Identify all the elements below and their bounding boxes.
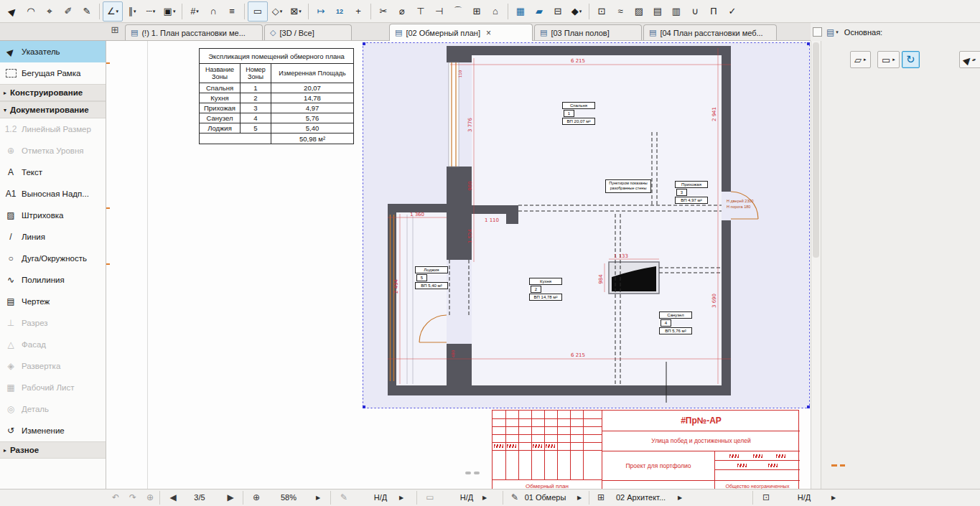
arrow-mode-button[interactable]: ▶▴▾ <box>959 51 980 68</box>
sidebar-item-interior-elevation[interactable]: ◈Развертка <box>0 355 106 377</box>
zone-stamp-kitchen[interactable]: Кухня2ВП 14,78 м² <box>529 278 562 301</box>
render-tool[interactable]: ▰ <box>530 2 549 21</box>
favorites-button[interactable]: ▱▸ <box>850 51 871 68</box>
layer-value[interactable]: Н/Д <box>449 493 485 502</box>
marquee-mode-button[interactable]: ▭▸ <box>877 51 900 68</box>
layer-combination-value[interactable]: 02 Архитект... <box>607 493 675 502</box>
pen-set-value[interactable]: 01 Обмеры <box>518 493 572 502</box>
fit-view-tool[interactable]: + <box>349 2 368 21</box>
arch-tool[interactable]: ∪ <box>686 2 704 21</box>
sidebar-item-text[interactable]: AТекст <box>0 161 106 183</box>
morph-tool[interactable]: ◆▾ <box>567 2 586 21</box>
sidebar-item-worksheet[interactable]: ▦Рабочий Лист <box>0 377 106 398</box>
sidebar-item-drawing[interactable]: ▤Чертеж <box>0 291 106 312</box>
sidebar-item-marquee[interactable]: Бегущая Рамка <box>0 62 106 84</box>
split-tool[interactable]: ✂ <box>374 2 393 21</box>
sidebar-item-line[interactable]: /Линия <box>0 226 106 248</box>
sidebar-section-documentation[interactable]: ▾Документирование <box>0 101 106 118</box>
dashed-guide-tool[interactable]: ┄▾ <box>141 2 160 21</box>
tab-02-obmerny-plan[interactable]: ▤[02 Обмерный план]× <box>389 24 533 41</box>
zoom-reset-icon[interactable]: ⊕ <box>144 492 157 502</box>
selection-grip[interactable] <box>465 472 471 474</box>
delete-tool[interactable]: ⊠▾ <box>286 2 305 21</box>
sidebar-item-label-callout[interactable]: A1Выносная Надп... <box>0 183 106 205</box>
zoom-menu-button[interactable]: ▶ <box>316 495 320 501</box>
tab-plan-rasstanovki-1[interactable]: ▤(!) 1. План расстановки ме... <box>125 24 263 40</box>
next-story-button[interactable]: ▶ <box>224 492 237 502</box>
pickup-parameters-tool[interactable]: ✐ <box>59 2 78 21</box>
zoom-forward-icon[interactable]: ↷ <box>126 492 139 502</box>
sidebar-item-pointer[interactable]: ▶Указатель <box>0 41 106 62</box>
zoom-level[interactable]: 58% <box>267 493 310 502</box>
arrow-tool[interactable]: ▶ <box>3 2 22 21</box>
snap-grid-tool[interactable]: #▾ <box>185 2 204 21</box>
stretch-tool[interactable]: ⌀ <box>393 2 411 21</box>
zone-stamp-loggia[interactable]: Лоджия5ВП 5,40 м² <box>415 266 448 289</box>
find-select-tool[interactable]: ⌖ <box>40 2 59 21</box>
adjust-tool[interactable]: ⊣ <box>430 2 449 21</box>
tab-3d-all[interactable]: ◇[3D / Все] <box>264 24 352 40</box>
library-tool[interactable]: ⊟ <box>549 2 567 21</box>
dimension-tool[interactable]: 12 <box>330 2 349 21</box>
multiply-tool[interactable]: ⊞ <box>467 2 486 21</box>
grid-edit-tool[interactable]: ▦ <box>511 2 530 21</box>
zoom-back-icon[interactable]: ↶ <box>109 492 122 502</box>
parallel-guide-tool[interactable]: ∥▾ <box>123 2 141 21</box>
selection-grip[interactable] <box>474 472 480 474</box>
snap-magnet-tool[interactable]: ∩ <box>204 2 223 21</box>
view-settings-menu-button[interactable]: ▶ <box>831 495 836 501</box>
chevron-down-icon[interactable]: ▾ <box>836 29 839 35</box>
column-tool[interactable]: Π <box>704 2 723 21</box>
scrollbar-thumb[interactable] <box>813 42 819 258</box>
scroll-top-button[interactable] <box>813 27 822 37</box>
marquee-tool[interactable]: ▭ <box>248 1 268 22</box>
zone-stamp-bedroom[interactable]: Спальня1ВП 20,07 м² <box>562 102 595 125</box>
document-icon[interactable]: ▤ <box>826 27 834 37</box>
zone-stamp-bathroom[interactable]: Санузел4ВП 5,76 м² <box>659 311 692 334</box>
sidebar-item-hatch[interactable]: ▨Штриховка <box>0 205 106 226</box>
sidebar-item-level-mark[interactable]: ⊕Отметка Уровня <box>0 140 106 161</box>
sidebar-item-polyline[interactable]: ∿Полилиния <box>0 269 106 291</box>
inject-parameters-tool[interactable]: ✎ <box>78 2 96 21</box>
close-tab-button[interactable]: × <box>486 28 491 38</box>
measure-tool[interactable]: ↦ <box>312 2 330 21</box>
arc-tool[interactable]: ◠ <box>22 2 40 21</box>
guide-lines-tool[interactable]: ≡ <box>223 2 241 21</box>
sidebar-section-misc[interactable]: ▸Разное <box>0 441 106 459</box>
tab-04-plan-rasstanovki[interactable]: ▤[04 План расстановки меб... <box>643 24 777 40</box>
trim-tool[interactable]: ⊤ <box>411 2 430 21</box>
home-story-tool[interactable]: ⌂ <box>486 2 505 21</box>
vertical-scrollbar[interactable] <box>811 41 821 489</box>
hatch-tool[interactable]: ▨ <box>630 2 648 21</box>
layer-combination-menu-button[interactable]: ▶ <box>678 495 682 501</box>
floor-plan-drawing[interactable]: 6 215 6 215 2 941 3 690 3 776 980 1 524 … <box>363 42 810 408</box>
pen-value[interactable]: Н/Д <box>363 493 398 502</box>
drawing-canvas[interactable]: Экспликация помещений обмерного плана На… <box>106 41 811 489</box>
display-order-tool[interactable]: ⊡ <box>592 2 611 21</box>
sidebar-item-detail[interactable]: ◎Деталь <box>0 398 106 420</box>
sidebar-item-change[interactable]: ↺Изменение <box>0 420 106 441</box>
arch-icon: ∪ <box>691 6 699 17</box>
sidebar-item-arc-circle[interactable]: ○Дуга/Окружность <box>0 248 106 269</box>
pen-set-menu-button[interactable]: ▶ <box>577 495 582 501</box>
coordinate-box-tool[interactable]: ▣▾ <box>160 2 179 21</box>
view-settings-value[interactable]: Н/Д <box>786 493 822 502</box>
cutaway-3d-tool[interactable]: ◇▾ <box>268 2 286 21</box>
sidebar-item-elevation[interactable]: △Фасад <box>0 334 106 355</box>
pen-menu-button[interactable]: ▶ <box>399 495 403 501</box>
layer-menu-button[interactable]: ▶ <box>482 495 487 501</box>
tab-03-plan-polov[interactable]: ▤[03 План полов] <box>534 24 642 40</box>
fillet-tool[interactable]: ⌒ <box>449 2 467 21</box>
checklist-tool[interactable]: ✓ <box>723 2 742 21</box>
guide-angle-tool[interactable]: ∠▾ <box>103 1 123 22</box>
tab-overview-button[interactable]: ⊞ <box>108 24 122 39</box>
blinds-tool[interactable]: ▥ <box>667 2 686 21</box>
terrain-tool[interactable]: ≈ <box>611 2 630 21</box>
book-tool[interactable]: ▤ <box>648 2 667 21</box>
sidebar-item-section[interactable]: ⊥Разрез <box>0 312 106 334</box>
sidebar-section-construction[interactable]: ▸Конструирование <box>0 84 106 101</box>
orbit-button[interactable]: ↻ <box>902 51 920 68</box>
previous-story-button[interactable]: ◀ <box>167 492 179 502</box>
sidebar-item-linear-dimension[interactable]: 1.2Линейный Размер <box>0 118 106 140</box>
zone-stamp-hallway[interactable]: Прихожая3ВП 4,97 м² <box>675 181 708 204</box>
